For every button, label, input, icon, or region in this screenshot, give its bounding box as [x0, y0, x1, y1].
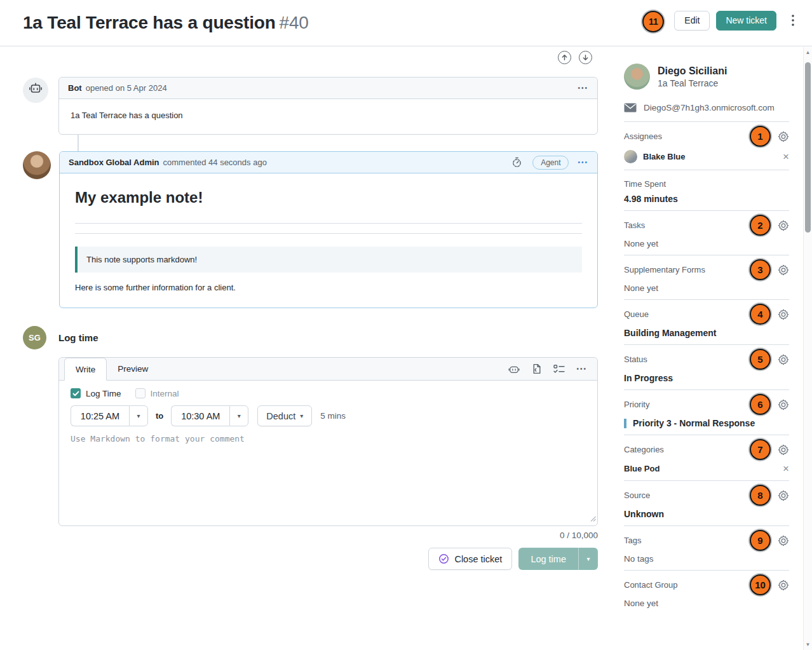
duration-label: 5 mins: [320, 411, 346, 421]
gear-icon[interactable]: [778, 399, 789, 410]
annotation-badge-2: 2: [750, 215, 771, 236]
more-tools-icon[interactable]: •••: [576, 366, 587, 372]
log-time-split-button: Log time ▾: [518, 548, 598, 570]
assignees-value: Blake Blue×: [624, 150, 789, 163]
annotation-badge-3: 3: [750, 259, 771, 280]
gear-icon[interactable]: [778, 264, 789, 276]
note-blockquote: This note supports markdown!: [75, 247, 582, 273]
deduct-label: Deduct: [266, 411, 295, 421]
section-label: Assignees: [624, 132, 750, 141]
section-label: Status: [624, 355, 750, 364]
queue-value: Building Management: [624, 328, 789, 338]
bot-avatar: [23, 78, 48, 103]
sidebar-section-source: Source8 Unknown: [624, 481, 789, 526]
section-label: Contact Group: [624, 580, 750, 590]
annotation-badge-10: 10: [750, 574, 771, 595]
contact-card: Diego Siciliani 1a Teal Terrace: [624, 64, 789, 90]
gear-icon[interactable]: [778, 354, 789, 365]
sandbox-admin-avatar: [23, 151, 51, 179]
agent-badge[interactable]: Agent: [532, 156, 569, 170]
new-ticket-button[interactable]: New ticket: [716, 11, 776, 30]
page-title: 1a Teal Terrace has a question#40: [23, 13, 309, 33]
annotation-badge-8: 8: [750, 485, 771, 506]
sidebar-section-supplementary-forms: Supplementary Forms3 None yet: [624, 255, 789, 300]
section-label: Tasks: [624, 220, 750, 230]
log-time-button[interactable]: Log time: [518, 548, 578, 570]
scrollbar-thumb[interactable]: [805, 62, 811, 233]
contact-email-row: DiegoS@7h1gh3.onmicrosoft.com: [624, 103, 789, 122]
scroll-up-icon[interactable]: [558, 51, 571, 64]
log-time-heading: Log time: [58, 332, 98, 343]
section-label: Categories: [624, 445, 750, 454]
annotation-badge-6: 6: [750, 394, 771, 415]
remove-icon[interactable]: ×: [783, 151, 789, 162]
gear-icon[interactable]: [778, 579, 789, 591]
template-file-icon[interactable]: [531, 363, 542, 374]
log-time-dropdown-icon[interactable]: ▾: [578, 548, 598, 570]
assignee-avatar: [624, 150, 637, 163]
gear-icon[interactable]: [778, 444, 789, 456]
section-label: Priority: [624, 400, 750, 409]
gear-icon[interactable]: [778, 220, 789, 231]
time-from-input[interactable]: [71, 405, 129, 426]
contact-email[interactable]: DiegoS@7h1gh3.onmicrosoft.com: [644, 103, 775, 112]
scrollbar-down-icon[interactable]: ▼: [804, 642, 812, 647]
comment-menu-icon[interactable]: •••: [578, 85, 588, 91]
log-time-checkbox[interactable]: [71, 388, 81, 398]
remove-icon[interactable]: ×: [783, 463, 789, 474]
comment-input[interactable]: [60, 433, 596, 519]
close-ticket-button[interactable]: Close ticket: [428, 548, 512, 570]
gear-icon[interactable]: [778, 309, 789, 320]
edit-button[interactable]: Edit: [674, 11, 710, 30]
section-label: Tags: [624, 536, 750, 545]
to-label: to: [156, 411, 163, 421]
tasklist-icon[interactable]: [553, 364, 565, 374]
chevron-down-icon: ▾: [300, 412, 303, 419]
priority-value: Priority 3 - Normal Response: [624, 418, 789, 428]
sidebar-section-status: Status5 In Progress: [624, 345, 789, 390]
section-value: Unknown: [624, 509, 664, 519]
bot-comment: Bot opened on 5 Apr 2024 ••• 1a Teal Ter…: [23, 77, 598, 135]
contact-avatar[interactable]: [624, 64, 650, 90]
section-value: None yet: [624, 239, 658, 248]
section-label: Queue: [624, 309, 750, 319]
gear-icon[interactable]: [778, 535, 789, 546]
deduct-dropdown[interactable]: Deduct ▾: [257, 405, 312, 426]
internal-checkbox[interactable]: [135, 388, 145, 398]
time-to-input[interactable]: [171, 405, 229, 426]
annotation-badge-7: 7: [750, 439, 771, 460]
stopwatch-icon[interactable]: [511, 157, 522, 168]
sidebar-section-tags: Tags9 No tags: [624, 526, 789, 571]
tab-preview[interactable]: Preview: [107, 358, 159, 380]
section-value: None yet: [624, 283, 658, 293]
gear-icon[interactable]: [778, 490, 789, 501]
sidebar-section-categories: Categories7 Blue Pod×: [624, 435, 789, 481]
categories-value: Blue Pod×: [624, 463, 789, 474]
section-value: Building Management: [624, 328, 716, 338]
tab-write[interactable]: Write: [64, 358, 107, 381]
section-value: 4.98 minutes: [624, 194, 678, 204]
vertical-scrollbar[interactable]: ▲ ▼: [803, 47, 812, 650]
resize-handle-icon[interactable]: [590, 513, 596, 524]
time-to-dropdown-icon[interactable]: ▾: [229, 405, 248, 426]
ai-assistant-icon[interactable]: [508, 363, 520, 375]
time-from-dropdown-icon[interactable]: ▾: [129, 405, 148, 426]
section-label: Supplementary Forms: [624, 265, 750, 274]
scrollbar-up-icon[interactable]: ▲: [804, 50, 812, 55]
bot-comment-header: Bot opened on 5 Apr 2024 •••: [59, 78, 597, 99]
timeline-connector: [78, 135, 79, 151]
comment-menu-icon[interactable]: •••: [578, 159, 588, 166]
log-time-checkbox-label: Log Time: [86, 389, 121, 398]
close-ticket-label: Close ticket: [454, 554, 502, 564]
robot-icon: [28, 81, 43, 99]
time-spent-value: 4.98 minutes: [624, 194, 789, 204]
kebab-menu-icon[interactable]: [787, 13, 799, 28]
category-name: Blue Pod: [624, 464, 660, 473]
contact-name[interactable]: Diego Siciliani: [658, 65, 727, 77]
section-label: Source: [624, 491, 750, 500]
priority-color-bar: [624, 419, 626, 428]
scroll-down-icon[interactable]: [579, 51, 592, 64]
gear-icon[interactable]: [778, 131, 789, 142]
tags-value: No tags: [624, 554, 789, 564]
comment-author: Bot: [68, 83, 82, 93]
